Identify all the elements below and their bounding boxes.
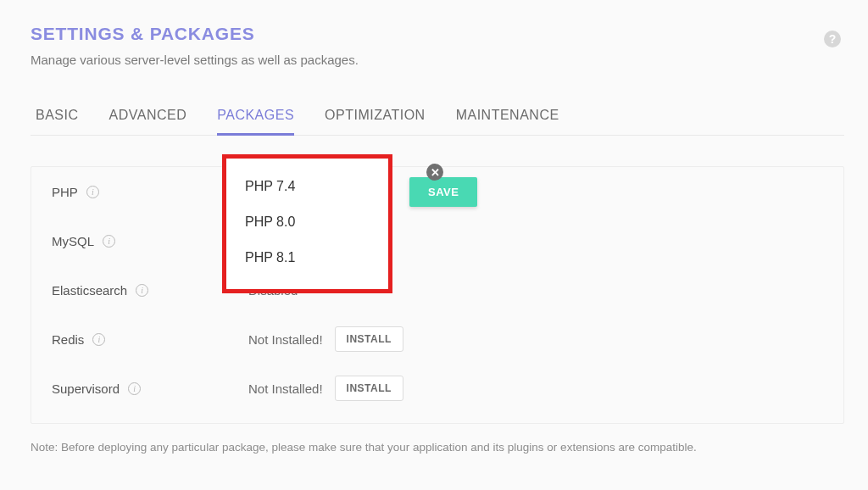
tabs-nav: BASIC ADVANCED PACKAGES OPTIMIZATION MAI… xyxy=(31,108,844,136)
mysql-label: MySQL xyxy=(52,234,94,248)
info-icon[interactable]: i xyxy=(128,382,141,395)
tab-maintenance[interactable]: MAINTENANCE xyxy=(456,108,559,135)
elasticsearch-label: Elasticsearch xyxy=(52,283,127,298)
row-elasticsearch: Elasticsearch i Disabled ✎ xyxy=(52,265,823,315)
supervisord-value: Not Installed! xyxy=(248,381,323,396)
install-button[interactable]: INSTALL xyxy=(335,376,403,401)
info-icon[interactable]: i xyxy=(86,186,99,198)
packages-panel: ✕ PHP i SAVE MySQL i Elasticsearch i Dis… xyxy=(31,166,844,424)
row-mysql: MySQL i xyxy=(52,216,823,265)
dropdown-option-php81[interactable]: PHP 8.1 xyxy=(226,240,388,276)
footer-note: Note: Before deploying any particular pa… xyxy=(31,441,844,454)
page-subtitle: Manage various server-level settings as … xyxy=(31,53,359,67)
row-supervisord: Supervisord i Not Installed! INSTALL xyxy=(52,364,823,413)
php-version-dropdown: PHP 7.4 PHP 8.0 PHP 8.1 xyxy=(222,154,392,293)
install-button[interactable]: INSTALL xyxy=(335,326,403,352)
help-icon[interactable]: ? xyxy=(824,31,841,47)
page-title: SETTINGS & PACKAGES xyxy=(31,24,359,44)
tab-optimization[interactable]: OPTIMIZATION xyxy=(325,108,426,135)
tab-packages[interactable]: PACKAGES xyxy=(217,108,294,135)
close-icon[interactable]: ✕ xyxy=(426,164,443,181)
info-icon[interactable]: i xyxy=(136,284,148,297)
info-icon[interactable]: i xyxy=(92,333,105,346)
redis-label: Redis xyxy=(52,332,84,347)
php-label: PHP xyxy=(52,185,78,199)
redis-value: Not Installed! xyxy=(248,332,323,347)
dropdown-option-php80[interactable]: PHP 8.0 xyxy=(226,204,388,240)
row-redis: Redis i Not Installed! INSTALL xyxy=(52,315,823,364)
dropdown-option-php74[interactable]: PHP 7.4 xyxy=(226,169,388,204)
tab-basic[interactable]: BASIC xyxy=(36,108,79,135)
supervisord-label: Supervisord xyxy=(52,381,120,396)
save-button[interactable]: SAVE xyxy=(409,177,477,207)
tab-advanced[interactable]: ADVANCED xyxy=(109,108,187,135)
info-icon[interactable]: i xyxy=(103,235,115,248)
